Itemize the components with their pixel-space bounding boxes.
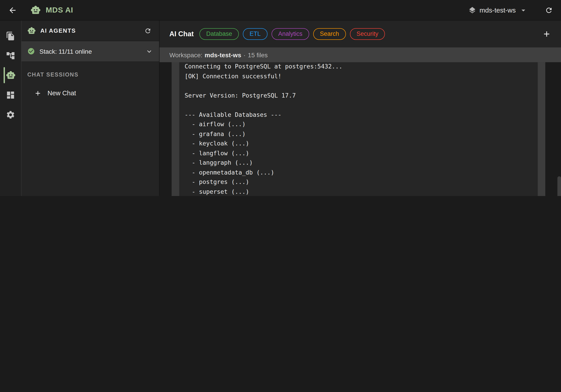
- stack-status-row[interactable]: Stack: 11/11 online: [22, 41, 159, 61]
- new-chat-label: New Chat: [47, 90, 76, 97]
- chevron-down-icon: [145, 47, 153, 55]
- tag-search[interactable]: Search: [313, 28, 346, 40]
- messages-scrollbar-thumb[interactable]: [538, 62, 545, 196]
- sidebar: AI AGENTS Stack: 11/11 online CHAT SESSI…: [22, 21, 159, 196]
- main-area: AI AGENTS Stack: 11/11 online CHAT SESSI…: [0, 21, 561, 196]
- caret-down-icon: [519, 6, 528, 15]
- plus-icon: [34, 89, 42, 97]
- robot-icon: [27, 26, 36, 35]
- workspace-bar: Workspace: mds-test-ws · 15 files: [160, 47, 561, 62]
- robot-icon: [6, 70, 15, 80]
- rail-item-files[interactable]: [0, 26, 21, 46]
- terminal-output: Connecting to PostgreSQL at postgres:543…: [179, 62, 538, 196]
- tag-etl[interactable]: ETL: [243, 28, 268, 40]
- refresh-icon: [144, 27, 151, 34]
- sidebar-title: AI AGENTS: [40, 27, 76, 34]
- refresh-button[interactable]: [543, 4, 555, 16]
- assistant-message: Connecting to PostgreSQL at postgres:543…: [172, 62, 545, 196]
- stack-status-label: Stack: 11/11 online: [39, 48, 92, 55]
- rail-item-pipelines[interactable]: [0, 46, 21, 65]
- dashboard-icon: [6, 90, 15, 100]
- check-circle-icon: [27, 47, 35, 55]
- sidebar-header: AI AGENTS: [22, 21, 159, 41]
- account-tree-icon: [6, 51, 15, 60]
- window-scrollbar-thumb[interactable]: [557, 176, 561, 196]
- back-button[interactable]: [6, 4, 19, 16]
- category-tags: Database ETL Analytics Search Security: [200, 28, 385, 40]
- new-session-button[interactable]: [540, 28, 553, 40]
- file-copy-icon: [6, 31, 15, 41]
- refresh-icon: [545, 6, 553, 14]
- workspace-selector[interactable]: mds-test-ws: [465, 5, 530, 15]
- app-brand: MDS AI: [31, 5, 73, 15]
- chat-panel: AI Chat Database ETL Analytics Search Se…: [159, 21, 561, 196]
- chat-messages: Connecting to PostgreSQL at postgres:543…: [160, 62, 561, 196]
- rail-item-settings[interactable]: [0, 105, 21, 124]
- workspace-bar-prefix: Workspace:: [169, 51, 202, 58]
- workspace-bar-name: mds-test-ws: [205, 51, 241, 58]
- tag-database[interactable]: Database: [200, 28, 239, 40]
- workspace-bar-files: 15 files: [248, 51, 268, 58]
- app-title: MDS AI: [46, 6, 73, 15]
- layers-icon: [468, 6, 476, 14]
- active-indicator: [4, 67, 5, 83]
- rail-item-dashboard[interactable]: [0, 85, 21, 105]
- plus-icon: [542, 30, 551, 39]
- new-chat-button[interactable]: New Chat: [22, 84, 159, 102]
- robot-icon: [31, 5, 41, 15]
- rail-item-ai-agents[interactable]: [0, 65, 21, 85]
- tag-security[interactable]: Security: [350, 28, 385, 40]
- arrow-back-icon: [8, 6, 17, 15]
- agents-refresh-button[interactable]: [142, 25, 153, 36]
- workspace-bar-separator: ·: [244, 51, 246, 58]
- chat-sessions-header: CHAT SESSIONS: [27, 72, 159, 78]
- gear-icon: [6, 110, 15, 119]
- workspace-selector-label: mds-test-ws: [479, 6, 516, 14]
- activity-rail: [0, 21, 22, 196]
- app-window: MDS AI mds-test-ws: [0, 0, 561, 196]
- top-bar: MDS AI mds-test-ws: [0, 0, 561, 21]
- chat-title: AI Chat: [169, 30, 194, 38]
- chat-header: AI Chat Database ETL Analytics Search Se…: [160, 21, 561, 47]
- tag-analytics[interactable]: Analytics: [271, 28, 309, 40]
